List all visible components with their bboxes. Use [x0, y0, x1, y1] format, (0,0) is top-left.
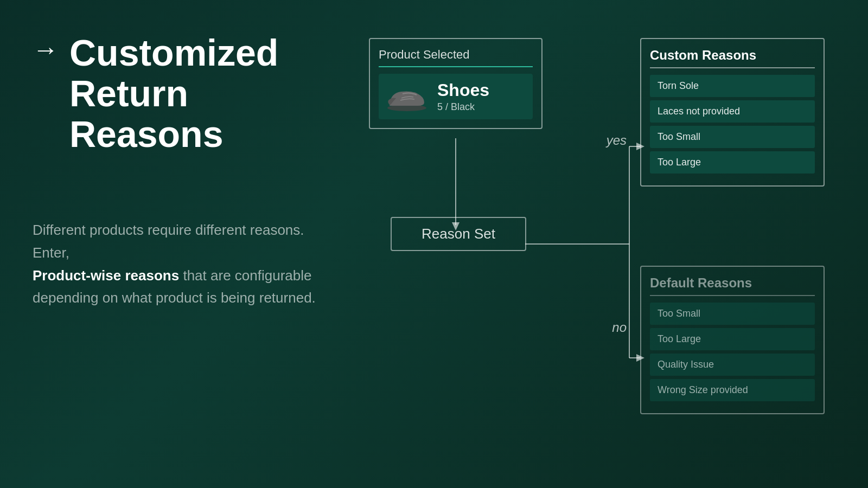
custom-reasons-label: Custom Reasons [650, 48, 815, 68]
product-variant: 5 / Black [437, 101, 489, 113]
list-item: Torn Sole [650, 75, 815, 97]
list-item: Too Small [650, 126, 815, 148]
page-title: Customized Return Reasons [69, 33, 331, 154]
left-section: → Customized Return Reasons Different pr… [33, 33, 331, 310]
arrow-icon: → [33, 37, 59, 63]
list-item: Wrong Size provided [650, 379, 815, 401]
product-selected-box: Product Selected S [369, 38, 542, 129]
shoe-icon [385, 80, 429, 113]
description-plain: Different products require different rea… [33, 222, 304, 261]
custom-reasons-list: Torn Sole Laces not provided Too Small T… [650, 75, 815, 174]
default-reasons-box: Default Reasons Too Small Too Large Qual… [640, 266, 825, 414]
custom-reasons-box: Custom Reasons Torn Sole Laces not provi… [640, 38, 825, 187]
list-item: Too Large [650, 328, 815, 350]
product-content: Shoes 5 / Black [379, 74, 533, 119]
reason-set-label: Reason Set [405, 226, 512, 242]
default-reasons-label: Default Reasons [650, 275, 815, 296]
no-label: no [612, 320, 627, 335]
product-name: Shoes [437, 80, 489, 100]
description-text: Different products require different rea… [33, 219, 331, 309]
arrow-title-group: → Customized Return Reasons [33, 33, 331, 154]
diagram: Product Selected S [336, 33, 825, 477]
list-item: Too Small [650, 303, 815, 325]
reason-set-box: Reason Set [391, 217, 526, 251]
product-info: Shoes 5 / Black [437, 80, 489, 113]
list-item: Quality Issue [650, 354, 815, 376]
yes-label: yes [607, 133, 627, 148]
product-selected-label: Product Selected [379, 48, 533, 67]
default-reasons-list: Too Small Too Large Quality Issue Wrong … [650, 303, 815, 401]
list-item: Too Large [650, 151, 815, 174]
list-item: Laces not provided [650, 100, 815, 123]
description-bold: Product-wise reasons [33, 267, 179, 284]
